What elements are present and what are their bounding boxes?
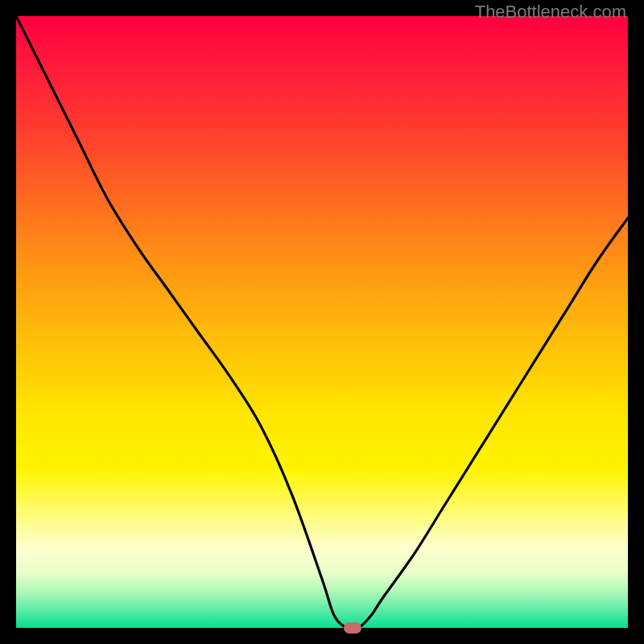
minimum-marker — [344, 622, 361, 634]
chart-container: TheBottleneck.com — [0, 0, 644, 644]
watermark-text: TheBottleneck.com — [475, 2, 626, 23]
plot-background — [16, 16, 628, 628]
